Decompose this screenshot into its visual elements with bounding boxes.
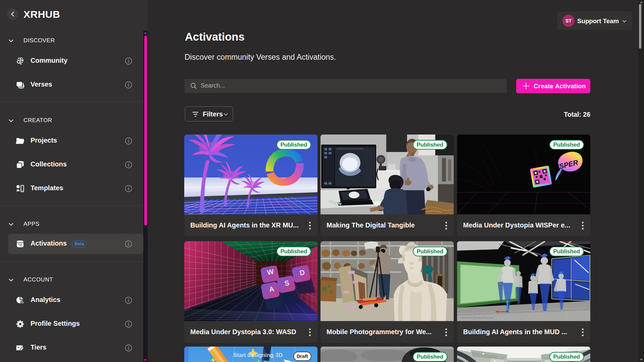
svg-text:3D: 3D [276,352,283,358]
svg-text:Start designing: Start designing [233,352,274,358]
svg-text:© Know Agile | 3D Lab at Showr: © Know Agile | 3D Lab at Showrooms [460,317,493,319]
